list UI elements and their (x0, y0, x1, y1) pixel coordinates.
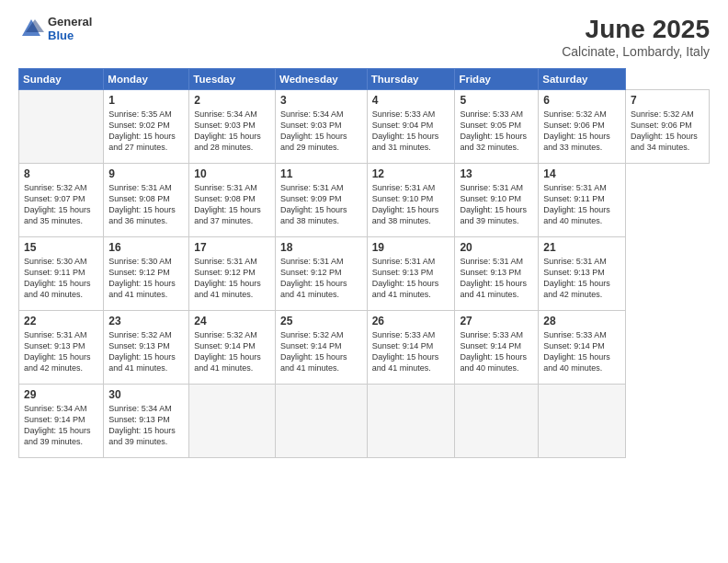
day-info-line: Sunset: 9:12 PM (108, 268, 170, 277)
day-number: 17 (194, 241, 270, 254)
calendar-cell: 9Sunrise: 5:31 AMSunset: 9:08 PMDaylight… (104, 164, 189, 237)
day-number: 27 (460, 315, 533, 327)
day-info-line: Daylight: 15 hours and 41 minutes. (280, 279, 347, 299)
calendar-cell: 13Sunrise: 5:31 AMSunset: 9:10 PMDayligh… (455, 164, 539, 237)
day-info-line: Sunset: 9:14 PM (543, 341, 605, 350)
day-info-line: Sunrise: 5:34 AM (108, 404, 172, 413)
day-info-line: Daylight: 15 hours and 32 minutes. (460, 132, 527, 152)
day-info: Sunrise: 5:33 AMSunset: 9:04 PMDaylight:… (372, 109, 450, 154)
calendar-week-row-1: 1Sunrise: 5:35 AMSunset: 9:02 PMDaylight… (19, 90, 710, 164)
day-info-line: Sunset: 9:02 PM (108, 121, 170, 130)
day-number: 6 (543, 94, 620, 107)
day-info-line: Sunrise: 5:34 AM (194, 109, 257, 119)
calendar-header-monday: Monday (104, 69, 189, 90)
day-number: 21 (543, 241, 620, 254)
day-info-line: Sunrise: 5:34 AM (24, 404, 87, 413)
title-block: June 2025 Calcinate, Lombardy, Italy (562, 15, 710, 59)
calendar-cell: 30Sunrise: 5:34 AMSunset: 9:13 PMDayligh… (104, 385, 189, 458)
day-info-line: Daylight: 15 hours and 38 minutes. (372, 205, 439, 225)
day-info-line: Daylight: 15 hours and 36 minutes. (108, 205, 176, 225)
calendar-week-row-3: 15Sunrise: 5:30 AMSunset: 9:11 PMDayligh… (19, 237, 710, 311)
day-number: 9 (108, 167, 184, 180)
calendar-cell: 28Sunrise: 5:33 AMSunset: 9:14 PMDayligh… (539, 311, 626, 385)
day-info: Sunrise: 5:31 AMSunset: 9:13 PMDaylight:… (460, 256, 533, 301)
calendar-cell: 8Sunrise: 5:32 AMSunset: 9:07 PMDaylight… (19, 164, 104, 237)
day-info-line: Daylight: 15 hours and 33 minutes. (543, 132, 610, 152)
day-number: 14 (543, 167, 620, 180)
day-number: 11 (280, 167, 362, 180)
day-number: 12 (372, 167, 450, 180)
day-info-line: Sunrise: 5:33 AM (460, 109, 523, 119)
logo-text: General Blue (48, 15, 92, 42)
header: General Blue June 2025 Calcinate, Lombar… (18, 15, 710, 59)
day-info: Sunrise: 5:30 AMSunset: 9:11 PMDaylight:… (24, 256, 98, 301)
calendar-cell: 3Sunrise: 5:34 AMSunset: 9:03 PMDaylight… (276, 90, 368, 164)
day-info: Sunrise: 5:34 AMSunset: 9:14 PMDaylight:… (24, 403, 98, 448)
day-info-line: Sunrise: 5:32 AM (543, 109, 607, 119)
day-info-line: Sunrise: 5:33 AM (372, 330, 436, 339)
day-info-line: Sunset: 9:04 PM (372, 121, 434, 130)
day-number: 10 (194, 167, 270, 180)
calendar-cell (19, 90, 104, 164)
day-info-line: Sunset: 9:11 PM (543, 194, 605, 203)
calendar-cell: 7Sunrise: 5:32 AMSunset: 9:06 PMDaylight… (626, 90, 710, 164)
day-info: Sunrise: 5:31 AMSunset: 9:13 PMDaylight:… (543, 256, 620, 301)
day-info-line: Daylight: 15 hours and 41 minutes. (372, 352, 439, 373)
calendar-header-wednesday: Wednesday (276, 69, 368, 90)
day-number: 23 (108, 315, 184, 327)
day-info-line: Daylight: 15 hours and 39 minutes. (460, 205, 527, 225)
day-info-line: Daylight: 15 hours and 31 minutes. (372, 132, 439, 152)
calendar-cell: 25Sunrise: 5:32 AMSunset: 9:14 PMDayligh… (276, 311, 368, 385)
day-info-line: Sunrise: 5:32 AM (108, 330, 172, 339)
calendar-cell: 10Sunrise: 5:31 AMSunset: 9:08 PMDayligh… (189, 164, 276, 237)
calendar-header-tuesday: Tuesday (189, 69, 276, 90)
day-info: Sunrise: 5:34 AMSunset: 9:03 PMDaylight:… (280, 109, 362, 154)
day-info: Sunrise: 5:30 AMSunset: 9:12 PMDaylight:… (108, 256, 184, 301)
calendar-cell: 23Sunrise: 5:32 AMSunset: 9:13 PMDayligh… (104, 311, 189, 385)
day-info: Sunrise: 5:32 AMSunset: 9:14 PMDaylight:… (280, 329, 362, 374)
day-info-line: Daylight: 15 hours and 34 minutes. (631, 132, 698, 152)
day-info: Sunrise: 5:32 AMSunset: 9:06 PMDaylight:… (543, 109, 620, 154)
day-info-line: Sunrise: 5:30 AM (108, 257, 172, 266)
day-info-line: Sunset: 9:06 PM (631, 121, 692, 130)
calendar-cell: 14Sunrise: 5:31 AMSunset: 9:11 PMDayligh… (539, 164, 626, 237)
day-info-line: Sunset: 9:13 PM (460, 268, 521, 277)
day-number: 16 (108, 241, 184, 254)
day-info-line: Sunrise: 5:31 AM (280, 183, 344, 192)
location: Calcinate, Lombardy, Italy (562, 44, 710, 59)
day-info: Sunrise: 5:32 AMSunset: 9:06 PMDaylight:… (631, 109, 704, 154)
day-info-line: Sunrise: 5:31 AM (194, 183, 257, 192)
day-number: 18 (280, 241, 362, 254)
calendar-cell: 27Sunrise: 5:33 AMSunset: 9:14 PMDayligh… (455, 311, 539, 385)
day-info-line: Sunset: 9:14 PM (194, 341, 256, 350)
page: General Blue June 2025 Calcinate, Lombar… (0, 0, 728, 563)
day-info-line: Daylight: 15 hours and 35 minutes. (24, 205, 91, 225)
day-info: Sunrise: 5:35 AMSunset: 9:02 PMDaylight:… (108, 109, 184, 154)
calendar-cell: 21Sunrise: 5:31 AMSunset: 9:13 PMDayligh… (539, 237, 626, 311)
calendar-header-sunday: Sunday (19, 69, 104, 90)
calendar-cell: 17Sunrise: 5:31 AMSunset: 9:12 PMDayligh… (189, 237, 276, 311)
day-info: Sunrise: 5:31 AMSunset: 9:10 PMDaylight:… (372, 182, 450, 227)
day-info-line: Sunset: 9:12 PM (194, 268, 256, 277)
calendar-header-row: SundayMondayTuesdayWednesdayThursdayFrid… (19, 69, 710, 90)
day-info-line: Daylight: 15 hours and 41 minutes. (194, 352, 261, 373)
calendar-cell: 22Sunrise: 5:31 AMSunset: 9:13 PMDayligh… (19, 311, 104, 385)
day-info-line: Daylight: 15 hours and 41 minutes. (372, 279, 439, 299)
calendar-header-friday: Friday (455, 69, 539, 90)
day-info-line: Daylight: 15 hours and 41 minutes. (280, 352, 347, 373)
day-info-line: Sunset: 9:12 PM (280, 268, 342, 277)
day-info-line: Sunrise: 5:31 AM (372, 257, 436, 266)
day-number: 26 (372, 315, 450, 327)
day-info-line: Sunset: 9:09 PM (280, 194, 342, 203)
day-info-line: Sunrise: 5:32 AM (194, 330, 257, 339)
day-info-line: Daylight: 15 hours and 42 minutes. (543, 279, 610, 299)
day-info-line: Daylight: 15 hours and 41 minutes. (108, 352, 176, 373)
day-info-line: Sunset: 9:07 PM (24, 194, 85, 203)
day-info-line: Sunrise: 5:31 AM (24, 330, 87, 339)
calendar-cell (539, 385, 626, 458)
day-info-line: Sunrise: 5:31 AM (280, 257, 344, 266)
calendar-table: SundayMondayTuesdayWednesdayThursdayFrid… (18, 68, 710, 458)
day-info-line: Sunrise: 5:31 AM (543, 257, 607, 266)
day-number: 8 (24, 167, 98, 180)
calendar-cell: 5Sunrise: 5:33 AMSunset: 9:05 PMDaylight… (455, 90, 539, 164)
